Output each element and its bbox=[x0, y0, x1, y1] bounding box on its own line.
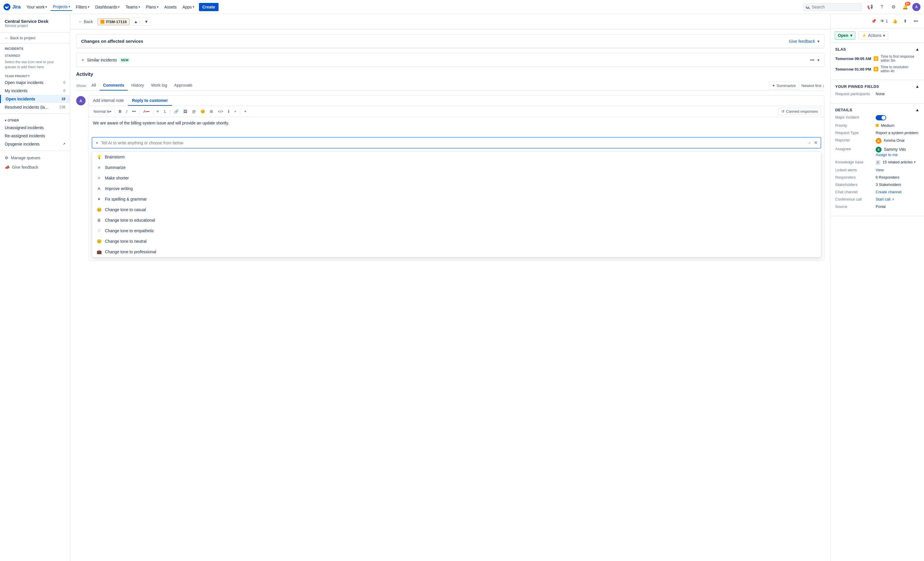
tab-approvals[interactable]: Approvals bbox=[171, 81, 196, 90]
settings-icon[interactable]: ⚙ bbox=[889, 2, 898, 12]
canned-responses-button[interactable]: ↺ Canned responses bbox=[778, 108, 821, 115]
italic-button[interactable]: I bbox=[124, 108, 129, 114]
search-bar[interactable]: Search bbox=[803, 3, 862, 11]
link-button[interactable]: 🔗 bbox=[172, 108, 180, 114]
linked-alerts-value[interactable]: View bbox=[876, 168, 884, 172]
sidebar-item-open-major[interactable]: Open major incidents 0 bbox=[0, 78, 70, 87]
bold-button[interactable]: B bbox=[117, 108, 123, 114]
ai-item-improve-writing[interactable]: A Improve writing bbox=[92, 183, 821, 194]
ai-item-tone-educational[interactable]: 🖥 Change tone to educational bbox=[92, 215, 821, 226]
editor-content-area[interactable]: We are aware of the billing system issue… bbox=[89, 117, 824, 135]
back-button[interactable]: ← Back bbox=[76, 18, 95, 25]
newest-first-button[interactable]: Newest first ↕ bbox=[801, 84, 824, 88]
similar-collapse-icon[interactable]: ▾ bbox=[818, 58, 819, 62]
pinned-fields-header[interactable]: Your pinned fields ▲ bbox=[835, 84, 920, 89]
watch-icon[interactable]: 👁 1 bbox=[880, 17, 888, 25]
ai-text-input[interactable] bbox=[101, 141, 804, 145]
ai-close-icon[interactable]: ✕ bbox=[814, 140, 818, 145]
code-button[interactable]: </> bbox=[216, 108, 225, 114]
create-button[interactable]: Create bbox=[199, 3, 219, 11]
assignee-name: Sammy Vito bbox=[884, 147, 906, 152]
numbered-list-button[interactable]: 1. bbox=[162, 108, 168, 114]
summarize-button[interactable]: ✦ Summarize bbox=[769, 82, 799, 90]
tab-all[interactable]: All bbox=[88, 81, 100, 90]
priority-label: Priority bbox=[835, 123, 873, 128]
nav-teams[interactable]: Teams ▾ bbox=[123, 3, 142, 10]
issue-nav-down[interactable]: ▼ bbox=[142, 18, 151, 26]
give-feedback[interactable]: 📣 Give feedback bbox=[0, 163, 70, 172]
sla-header[interactable]: SLAs ▲ bbox=[835, 47, 920, 52]
details-header[interactable]: Details ▲ bbox=[835, 108, 920, 112]
more-actions-icon[interactable]: ••• bbox=[912, 17, 920, 25]
pin-icon[interactable]: 📌 bbox=[870, 17, 878, 25]
ai-assist-button[interactable]: ✦ bbox=[242, 108, 249, 114]
sidebar-item-resolved[interactable]: Resolved incidents (la... 238 bbox=[0, 103, 70, 111]
notifications-icon[interactable]: 🔔 9+ bbox=[901, 2, 910, 12]
more-options-button[interactable]: ••• bbox=[808, 57, 816, 63]
help-icon[interactable]: ? bbox=[877, 2, 886, 12]
tab-history[interactable]: History bbox=[128, 81, 148, 90]
chat-channel-value[interactable]: Create channel bbox=[876, 190, 902, 194]
more-format-button[interactable]: ••• bbox=[130, 108, 138, 114]
major-incident-toggle[interactable] bbox=[876, 115, 886, 120]
ai-item-summarize[interactable]: ≡ Summarize bbox=[92, 162, 821, 173]
ai-item-tone-casual[interactable]: 😊 Change tone to casual bbox=[92, 204, 821, 215]
ai-item-brainstorm[interactable]: 💡 Brainstorm bbox=[92, 152, 821, 162]
nav-filters[interactable]: Filters ▾ bbox=[74, 3, 92, 10]
issue-id: ITSM-17116 bbox=[106, 19, 127, 24]
nav-plans[interactable]: Plans ▾ bbox=[144, 3, 161, 10]
bullet-list-button[interactable]: ≡ bbox=[155, 108, 161, 114]
ai-item-tone-empathetic[interactable]: ♡ Change tone to empathetic bbox=[92, 226, 821, 236]
share-icon[interactable]: ⬆ bbox=[901, 17, 909, 25]
ai-item-make-shorter[interactable]: = Make shorter bbox=[92, 173, 821, 183]
sidebar-item-unassigned[interactable]: Unassigned incidents bbox=[0, 124, 70, 132]
nav-projects[interactable]: Projects ▾ bbox=[50, 3, 72, 11]
collapse-icon[interactable]: ▾ bbox=[818, 39, 819, 43]
table-button[interactable]: ⊞ bbox=[208, 108, 215, 114]
request-participants-label: Request participants bbox=[835, 92, 873, 96]
nav-apps[interactable]: Apps ▾ bbox=[180, 3, 196, 10]
nav-dashboards[interactable]: Dashboards ▾ bbox=[93, 3, 122, 10]
text-style-dropdown[interactable]: Normal te▾ bbox=[92, 108, 113, 114]
ai-item-fix-spelling[interactable]: ✦ Fix spelling & grammar bbox=[92, 194, 821, 204]
toolbar-separator-4 bbox=[170, 109, 171, 114]
tab-worklog[interactable]: Work log bbox=[148, 81, 171, 90]
sidebar-item-reassigned[interactable]: Re-assigned incidents bbox=[0, 132, 70, 140]
text-color-button[interactable]: A bbox=[141, 108, 151, 114]
sidebar-item-opsgenie[interactable]: Opsgenie incidents ↗ bbox=[0, 140, 70, 148]
tab-comments[interactable]: Comments bbox=[100, 81, 128, 90]
field-linked-alerts: Linked alerts View bbox=[835, 168, 920, 172]
give-feedback-link[interactable]: Give feedback bbox=[789, 39, 815, 43]
conference-call-value[interactable]: Start call ↗ bbox=[876, 197, 894, 202]
image-button[interactable]: 🖼 bbox=[182, 108, 189, 114]
ai-item-tone-professional[interactable]: 💼 Change tone to professional bbox=[92, 247, 821, 257]
assign-to-me-link[interactable]: Assign to me bbox=[876, 153, 906, 157]
emoji-button[interactable]: 😊 bbox=[199, 108, 207, 114]
nav-your-work[interactable]: Your work ▾ bbox=[24, 3, 49, 10]
back-to-project[interactable]: ← Back to project bbox=[0, 33, 70, 43]
tab-internal-note[interactable]: Add internal note bbox=[89, 96, 128, 106]
nav-assets[interactable]: Assets bbox=[162, 3, 179, 10]
tab-reply-customer[interactable]: Reply to customer bbox=[128, 96, 172, 106]
other-section-header[interactable]: ▾ OTHER bbox=[0, 116, 70, 124]
jira-logo[interactable]: Jira bbox=[3, 3, 21, 10]
mention-button[interactable]: @ bbox=[190, 108, 198, 114]
issue-nav-up[interactable]: ▲ bbox=[132, 18, 140, 26]
sidebar-item-open-incidents[interactable]: Open incidents 18 bbox=[0, 95, 70, 103]
pinned-collapse-icon: ▲ bbox=[915, 84, 920, 89]
toolbar-separator-5 bbox=[240, 109, 240, 114]
user-avatar[interactable]: A bbox=[912, 3, 921, 11]
ai-send-icon[interactable]: → bbox=[807, 140, 812, 145]
announcements-icon[interactable]: 📢 bbox=[866, 2, 875, 12]
thumbsup-icon[interactable]: 👍 bbox=[891, 17, 899, 25]
open-major-count: 0 bbox=[63, 81, 65, 85]
insert-button[interactable]: + bbox=[232, 108, 238, 114]
sidebar-item-my-incidents[interactable]: My incidents 0 bbox=[0, 87, 70, 95]
actions-button[interactable]: ⚡ Actions ▾ bbox=[858, 31, 888, 39]
ai-item-tone-neutral[interactable]: 😐 Change tone to neutral bbox=[92, 236, 821, 247]
tone-professional-icon: 💼 bbox=[96, 250, 102, 254]
info-button[interactable]: ℹ bbox=[226, 108, 231, 114]
status-button[interactable]: Open ▾ bbox=[835, 31, 855, 39]
manage-queues[interactable]: ⚙ Manage queues bbox=[0, 153, 70, 163]
sla-time-1: Tomorrow 09:05 AM bbox=[835, 57, 871, 61]
